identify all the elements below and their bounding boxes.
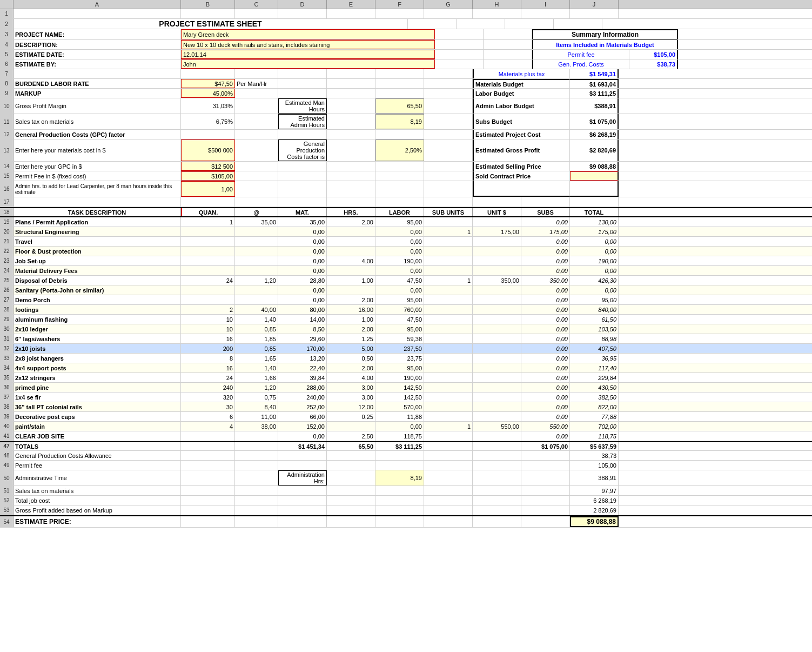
task-hrs-21 [327, 237, 375, 246]
task-desc-23: Job Set-up [14, 256, 181, 265]
total-job-cost-label: Total job cost [14, 496, 181, 505]
totals-row: 47 TOTALS $1 451,34 65,50 $3 111,25 $1 0… [0, 441, 812, 451]
permit-fee-value[interactable]: $105,00 [181, 171, 235, 181]
task-subs-36: 0,00 [521, 383, 570, 392]
col-hrs: HRS. [327, 208, 375, 216]
project-name-input[interactable]: Mary Green deck [181, 29, 435, 39]
row-5: 5 ESTIMATE DATE: 12.01.14 Permit fee $10… [0, 50, 812, 59]
col-labor: LABOR [375, 208, 424, 216]
task-mat-27: 0,00 [278, 295, 327, 304]
column-headers: A B C D E F G H I J [0, 0, 812, 9]
task-row-26: 26 Sanitary (Porta-John or similar) 0,00… [0, 285, 812, 295]
task-desc-38: 36" tall PT colonial rails [14, 402, 181, 411]
task-quan-38: 30 [181, 402, 235, 411]
task-sub-units-26 [424, 285, 473, 295]
gpc-label: General Production Costs (GPC) factor [14, 130, 181, 139]
gpc-costs-label: General Production Costs factor is [278, 139, 327, 161]
task-total-30: 103,50 [570, 324, 619, 334]
admin-time-label: Administrative Time [14, 470, 181, 485]
task-mat-21: 0,00 [278, 237, 327, 246]
task-sub-units-21 [424, 237, 473, 246]
task-quan-27 [181, 295, 235, 304]
totals-hrs: 65,50 [327, 442, 375, 450]
task-quan-31: 16 [181, 334, 235, 343]
col-header-c: C [235, 0, 278, 9]
sold-contract-value[interactable] [570, 171, 619, 181]
task-desc-19: Plans / Permit Application [14, 217, 181, 227]
gpc-in-value[interactable]: $12 500 [181, 162, 235, 171]
task-desc-33: 2x8 joist hangers [14, 354, 181, 363]
task-sub-units-32 [424, 344, 473, 353]
est-man-hours-value: 65,50 [375, 98, 424, 114]
task-at-38: 8,40 [235, 402, 278, 411]
task-hrs-39: 0,25 [327, 412, 375, 421]
materials-cost-value[interactable]: $500 000 [181, 139, 235, 161]
task-subs-24: 0,00 [521, 266, 570, 275]
task-mat-41: 0,00 [278, 431, 327, 441]
task-desc-27: Demo Porch [14, 295, 181, 304]
task-row-36: 36 primed pine 240 1,20 288,00 3,00 142,… [0, 383, 812, 392]
task-mat-33: 13,20 [278, 354, 327, 363]
task-header-row: 18 TASK DESCRIPTION QUAN. @ MAT. HRS. LA… [0, 207, 812, 217]
burdened-labor-value[interactable]: $47,50 [181, 79, 235, 88]
task-labor-32: 237,50 [375, 344, 424, 353]
task-at-30: 0,85 [235, 324, 278, 334]
gpc-allowance-label: General Production Costs Allowance [14, 451, 181, 460]
markup-value[interactable]: 45,00% [181, 89, 235, 98]
admin-hrs-value[interactable]: 1,00 [181, 181, 235, 197]
estimate-by-input[interactable]: John [181, 59, 435, 69]
row-49: 49 Permit fee 105,00 [0, 461, 812, 470]
task-sub-units-35 [424, 373, 473, 382]
estimate-date-input[interactable]: 12.01.14 [181, 50, 435, 59]
task-at-34: 1,40 [235, 363, 278, 372]
task-at-40: 38,00 [235, 422, 278, 431]
task-desc-22: Floor & Dust protection [14, 247, 181, 256]
task-sub-units-23 [424, 256, 473, 265]
task-row-34: 34 4x4 support posts 16 1,40 22,40 2,00 … [0, 363, 812, 373]
task-labor-21: 0,00 [375, 237, 424, 246]
task-unit-s-23 [473, 256, 521, 265]
task-labor-27: 95,00 [375, 295, 424, 304]
task-desc-20: Structural Engineering [14, 227, 181, 236]
task-unit-s-31 [473, 334, 521, 343]
task-labor-30: 95,00 [375, 324, 424, 334]
task-hrs-27: 2,00 [327, 295, 375, 304]
task-hrs-35: 4,00 [327, 373, 375, 382]
task-row-41: 41 CLEAR JOB SITE 0,00 2,50 118,75 0,00 … [0, 431, 812, 441]
sales-tax-row-total: 97,97 [570, 486, 619, 495]
task-sub-units-29 [424, 315, 473, 324]
task-total-34: 117,40 [570, 363, 619, 372]
project-name-label: PROJECT NAME: [14, 29, 181, 39]
sheet-title: PROJECT ESTIMATE SHEET [14, 19, 408, 29]
task-hrs-34: 2,00 [327, 363, 375, 372]
task-labor-26: 0,00 [375, 285, 424, 295]
task-labor-40: 0,00 [375, 422, 424, 431]
task-subs-21: 0,00 [521, 237, 570, 246]
col-mat: MAT. [278, 208, 327, 216]
task-row-30: 30 2x10 ledger 10 0,85 8,50 2,00 95,00 0… [0, 324, 812, 334]
task-labor-23: 190,00 [375, 256, 424, 265]
task-labor-24: 0,00 [375, 266, 424, 275]
task-quan-41 [181, 431, 235, 441]
row-3: 3 PROJECT NAME: Mary Green deck Summary … [0, 29, 812, 40]
row-17: 17 [0, 197, 812, 207]
description-input[interactable]: New 10 x 10 deck with rails and stairs, … [181, 40, 435, 49]
task-sub-units-19 [424, 217, 473, 227]
totals-total: $5 637,59 [570, 442, 619, 450]
task-total-36: 430,50 [570, 383, 619, 392]
est-man-hours-label: Estimated Man Hours [278, 98, 327, 114]
task-subs-19: 0,00 [521, 217, 570, 227]
task-subs-34: 0,00 [521, 363, 570, 372]
est-project-cost-value: $6 268,19 [570, 130, 619, 139]
task-mat-28: 80,00 [278, 305, 327, 314]
col-task: TASK DESCRIPTION [14, 208, 181, 216]
task-labor-25: 47,50 [375, 276, 424, 285]
task-labor-38: 570,00 [375, 402, 424, 411]
task-sub-units-40: 1 [424, 422, 473, 431]
col-header-f: F [375, 0, 424, 9]
task-labor-34: 95,00 [375, 363, 424, 372]
task-quan-22 [181, 247, 235, 256]
total-job-cost-total: 6 268,19 [570, 496, 619, 505]
task-desc-24: Material Delivery Fees [14, 266, 181, 275]
task-at-35: 1,66 [235, 373, 278, 382]
